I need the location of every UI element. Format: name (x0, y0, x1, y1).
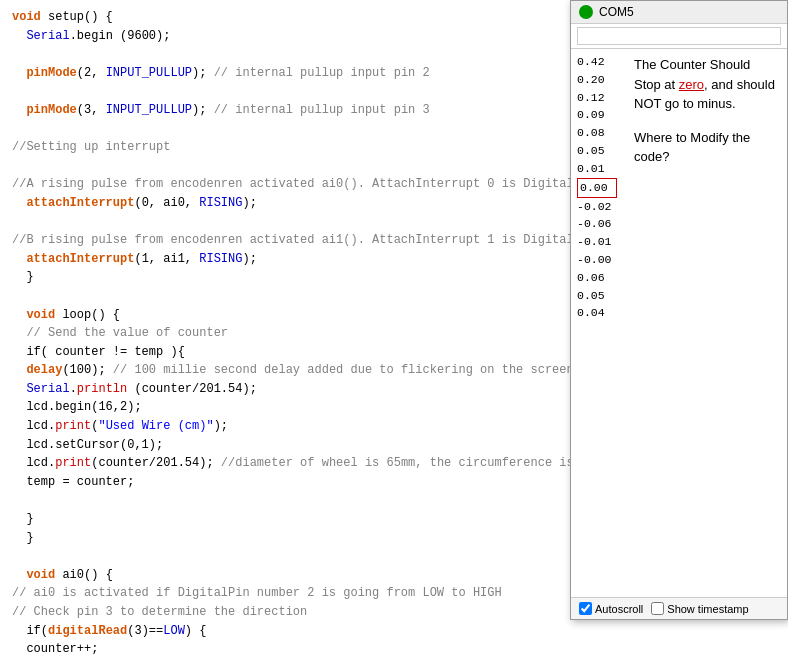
serial-value-item: -0.01 (577, 233, 622, 251)
annotation-section-2: Where to Modify the code? (634, 128, 779, 167)
autoscroll-label[interactable]: Autoscroll (579, 602, 643, 615)
serial-value-item: -0.00 (577, 251, 622, 269)
annotation-zero-word: zero (679, 77, 704, 92)
show-timestamp-label[interactable]: Show timestamp (651, 602, 748, 615)
serial-value-item: 0.04 (577, 304, 622, 322)
serial-search-input[interactable] (577, 27, 781, 45)
serial-value-list: 0.42 0.20 0.12 0.09 0.08 0.05 0.01 0.00 … (577, 53, 622, 322)
serial-value-item: 0.12 (577, 89, 622, 107)
serial-monitor-title: COM5 (599, 5, 634, 19)
serial-value-item: 0.05 (577, 142, 622, 160)
annotation-where-to-modify: Where to Modify the code? (634, 130, 750, 165)
serial-value-item: 0.20 (577, 71, 622, 89)
serial-value-item: 0.01 (577, 160, 622, 178)
serial-monitor-content: 0.42 0.20 0.12 0.09 0.08 0.05 0.01 0.00 … (571, 49, 787, 597)
serial-annotation-panel: The Counter Should Stop at zero, and sho… (626, 49, 787, 597)
code-line: if(digitalRead(3)==LOW) { (12, 622, 776, 641)
code-line: counter++; (12, 640, 776, 654)
autoscroll-checkbox[interactable] (579, 602, 592, 615)
serial-monitor-search (571, 24, 787, 49)
serial-value-item: 0.06 (577, 269, 622, 287)
autoscroll-text: Autoscroll (595, 603, 643, 615)
serial-value-item: 0.42 (577, 53, 622, 71)
show-timestamp-text: Show timestamp (667, 603, 748, 615)
serial-value-item: 0.08 (577, 124, 622, 142)
serial-value-item: 0.05 (577, 287, 622, 305)
serial-value-item: 0.09 (577, 106, 622, 124)
annotation-section-1: The Counter Should Stop at zero, and sho… (634, 55, 779, 114)
serial-monitor-window: COM5 0.42 0.20 0.12 0.09 0.08 0.05 0.01 … (570, 0, 788, 620)
serial-monitor-footer: Autoscroll Show timestamp (571, 597, 787, 619)
serial-monitor-header: COM5 (571, 1, 787, 24)
serial-values-panel: 0.42 0.20 0.12 0.09 0.08 0.05 0.01 0.00 … (571, 49, 626, 597)
serial-monitor-icon (579, 5, 593, 19)
show-timestamp-checkbox[interactable] (651, 602, 664, 615)
serial-value-highlighted: 0.00 (577, 178, 622, 198)
serial-value-item: -0.02 (577, 198, 622, 216)
serial-value-item: -0.06 (577, 215, 622, 233)
